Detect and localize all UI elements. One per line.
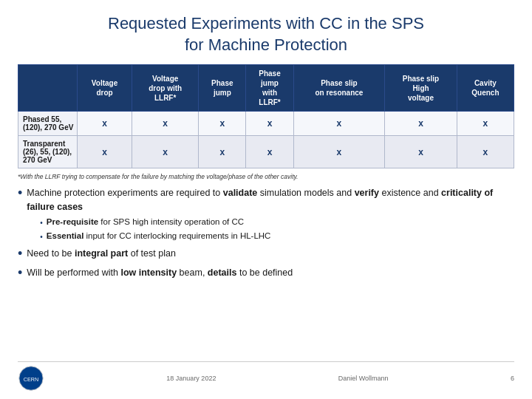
table-cell-1-2: x	[199, 136, 246, 168]
sub-bullet-text-0-1: Essential input for CC interlocking requ…	[47, 230, 271, 242]
table-cell-0-2: x	[199, 112, 246, 136]
sub-bullet-0-0: •Pre-requisite for SPS high intensity op…	[40, 216, 514, 228]
col-header-voltage-drop: Voltagedrop	[78, 65, 132, 112]
sub-bullet-dot-0-1: •	[40, 231, 43, 242]
table-cell-0-0: x	[78, 112, 132, 136]
sub-bullet-0-1: •Essential input for CC interlocking req…	[40, 230, 514, 242]
svg-text:CERN: CERN	[24, 376, 38, 383]
table-cell-0-3: x	[246, 112, 293, 136]
bullet-text-1: Need to be integral part of test plan	[27, 247, 514, 261]
bullet-dot-2: •	[18, 265, 22, 282]
bullet-text-0: Machine protection experiments are requi…	[27, 186, 514, 244]
sub-bullet-dot-0-0: •	[40, 217, 43, 228]
bullet-dot-0: •	[18, 185, 22, 202]
table-row-label-0: Phased 55, (120), 270 GeV	[18, 112, 78, 136]
col-header-phase-slip-hv: Phase slipHighvoltage	[385, 65, 457, 112]
table-cell-0-4: x	[293, 112, 385, 136]
table-cell-1-6: x	[457, 136, 514, 168]
slide-title: Requested Experiments with CC in the SPS…	[18, 13, 514, 55]
col-header-voltage-drop-llrf: Voltagedrop withLLRF*	[132, 65, 199, 112]
experiments-table: Voltagedrop Voltagedrop withLLRF* Phasej…	[18, 64, 514, 168]
footer-author: Daniel Wollmann	[338, 375, 389, 382]
bullet-text-2: Will be performed with low intensity bea…	[27, 266, 514, 280]
col-header-empty	[18, 65, 78, 112]
bullet-2: •Will be performed with low intensity be…	[18, 266, 514, 282]
table-cell-1-4: x	[293, 136, 385, 168]
col-header-phase-jump-llrf: PhasejumpwithLLRF*	[246, 65, 293, 112]
table-cell-1-1: x	[132, 136, 199, 168]
footer-date: 18 January 2022	[166, 375, 216, 382]
sub-bullets-0: •Pre-requisite for SPS high intensity op…	[40, 216, 514, 243]
table-row-label-1: Transparent (26), 55, (120), 270 GeV	[18, 136, 78, 168]
table-cell-1-5: x	[385, 136, 457, 168]
page: Requested Experiments with CC in the SPS…	[0, 0, 532, 399]
table-wrapper: Voltagedrop Voltagedrop withLLRF* Phasej…	[18, 64, 514, 168]
col-header-phase-slip-resonance: Phase slipon resonance	[293, 65, 385, 112]
logo: CERN	[18, 365, 44, 392]
table-cell-1-0: x	[78, 136, 132, 168]
footer: CERN 18 January 2022 Daniel Wollmann 6	[18, 361, 514, 392]
table-cell-0-5: x	[385, 112, 457, 136]
col-header-cavity-quench: CavityQuench	[457, 65, 514, 112]
table-cell-0-6: x	[457, 112, 514, 136]
table-cell-1-3: x	[246, 136, 293, 168]
col-header-phase-jump: Phasejump	[199, 65, 246, 112]
bullet-1: •Need to be integral part of test plan	[18, 247, 514, 262]
footer-page: 6	[511, 375, 514, 382]
sub-bullet-text-0-0: Pre-requisite for SPS high intensity ope…	[47, 216, 244, 228]
bullet-content: •Machine protection experiments are requ…	[18, 186, 514, 358]
table-cell-0-1: x	[132, 112, 199, 136]
bullet-dot-1: •	[18, 245, 22, 262]
table-footnote: *With the LLRF trying to compensate for …	[18, 173, 514, 180]
bullet-0: •Machine protection experiments are requ…	[18, 186, 514, 244]
